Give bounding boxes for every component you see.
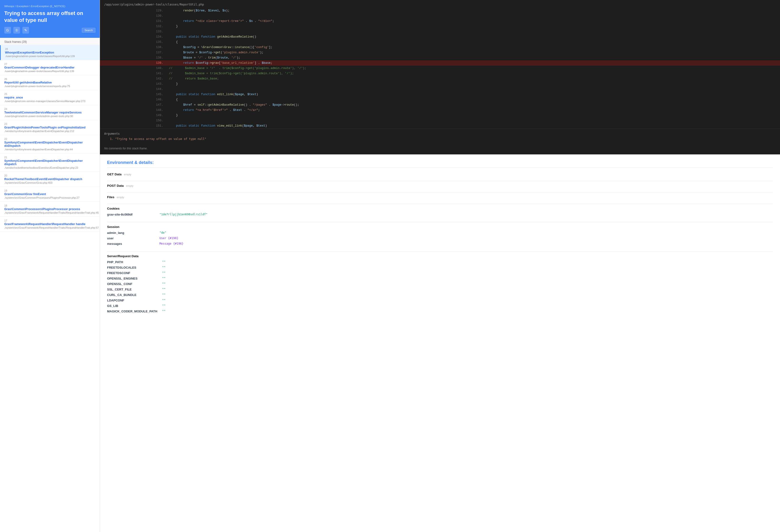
code-line-130: 130. [100, 13, 780, 18]
stack-list[interactable]: 28 Whoops\Exception\ErrorException ./use… [0, 45, 100, 532]
server-table: PHP_PATH "" FREETDSLOCALES "" FREETDSCON… [107, 259, 773, 314]
frame-num-21: 21 [4, 156, 95, 159]
frame-file-27: ./user/plugins/admin-power-tools/classes… [4, 70, 95, 72]
line-code-129: render($tree, $level, $s); [167, 8, 780, 13]
server-key-freetdslocales: FREETDSLOCALES [107, 265, 162, 270]
server-val-php-path: "" [162, 259, 773, 265]
search-button[interactable]: Search [82, 28, 95, 33]
line-num-137: 137. [100, 50, 167, 55]
stack-frame-23[interactable]: 23 Grav\Plugin\AdminPowerToolsPlugin onP… [0, 120, 100, 135]
frame-num-18: 18 [4, 204, 95, 207]
env-group-session: Session admin_lang "de" user User {#190}… [107, 225, 773, 246]
stackoverflow-icon-btn[interactable]: ① [13, 27, 20, 34]
server-val-ssl-cert-file: "" [162, 287, 773, 292]
frame-num-17: 17 [4, 219, 95, 222]
stack-frame-19[interactable]: 19 Grav\Common\Grav fireEvent ./system/s… [0, 187, 100, 202]
env-group-title-session: Session [107, 225, 773, 229]
env-group-title-get: GET Data empty [107, 173, 773, 176]
frame-file-20: ./system/src/Grav/Common/Grav.php:403 [4, 181, 95, 184]
server-row-ssl-cert-file: SSL_CERT_FILE "" [107, 287, 773, 292]
code-line-146: 146. { [100, 97, 780, 102]
code-line-132: 132. } [100, 24, 780, 29]
code-line-150: 150. [100, 118, 780, 123]
code-line-138: 138. $base = '/' . trim($route, '/'); [100, 55, 780, 60]
frame-title-20: RocketTheme\Toolbox\Event\EventDispatche… [4, 178, 95, 181]
code-line-131: 131. return "<div class='report-tree'>" … [100, 18, 780, 24]
frame-num-25: 25 [4, 93, 95, 95]
server-row-gs-lib: GS_LIB "" [107, 303, 773, 308]
frame-title-24: TwelvetoneI\Common\ServiceManager requir… [4, 111, 95, 114]
line-code-135: { [167, 40, 780, 45]
session-key-messages: messages [107, 241, 159, 246]
line-num-134: 134. [100, 34, 167, 40]
stack-frame-17[interactable]: 17 Grav\Framework\RequestHandler\Request… [0, 217, 100, 232]
stack-frame-27[interactable]: 27 Grav\Common\Debugger deprecatedErrorH… [0, 60, 100, 75]
frame-title-27: Grav\Common\Debugger deprecatedErrorHand… [4, 66, 95, 69]
code-line-144: 144. [100, 87, 780, 92]
error-breadcrumb: Whoops \ Exception \ ErrorException (E_N… [4, 5, 95, 8]
env-title: Environment & details: [107, 160, 773, 168]
frame-file-22: ./vendor/symfony/event-dispatcher/EventD… [4, 148, 95, 151]
stack-frame-24[interactable]: 24 TwelvetoneI\Common\ServiceManager req… [0, 105, 100, 120]
cookies-table: grav-site-8c069df "1de7rllpjjb1en698sdlr… [107, 212, 773, 217]
line-num-148: 148. [100, 107, 167, 113]
env-group-title-post: POST Data empty [107, 184, 773, 188]
frame-num-22: 22 [4, 138, 95, 140]
no-comments-text: No comments for this stack frame. [100, 145, 780, 154]
code-line-129: 129. render($tree, $level, $s); [100, 8, 780, 13]
stack-frame-20[interactable]: 20 RocketTheme\Toolbox\Event\EventDispat… [0, 172, 100, 187]
error-icons-row: G ① ✎ Search [4, 27, 95, 34]
line-num-136: 136. [100, 45, 167, 50]
env-group-cookies: Cookies grav-site-8c069df "1de7rllpjjb1e… [107, 207, 773, 217]
stack-frame-26[interactable]: 26 ReportUtil getAdminBaseRelative ./use… [0, 75, 100, 90]
line-num-139: 139. [100, 60, 167, 66]
frame-title-19: Grav\Common\Grav fireEvent [4, 192, 95, 196]
code-line-137: 137. $route = $config->get('plugins.admi… [100, 50, 780, 55]
session-row-messages: messages Message {#196} [107, 241, 773, 246]
line-num-149: 149. [100, 113, 167, 118]
line-code-132: } [167, 24, 780, 29]
frame-file-17: ./system/src/Grav/Framework/RequestHandl… [4, 226, 95, 229]
code-line-143: 143. } [100, 81, 780, 87]
line-code-144 [167, 87, 780, 92]
frame-file-28: ./user/plugins/admin-power-tools/classes… [5, 55, 95, 58]
error-title: Trying to access array offset on value o… [4, 10, 95, 23]
frame-title-17: Grav\Framework\RequestHandler\RequestHan… [4, 223, 95, 226]
env-group-title-files: Files empty [107, 195, 773, 199]
frame-title-22: Symfony\Component\EventDispatcher\EventD… [4, 141, 95, 147]
env-section: Environment & details: GET Data empty PO… [100, 154, 780, 325]
line-num-150: 150. [100, 118, 167, 123]
line-code-150 [167, 118, 780, 123]
code-line-136: 136. $config = \Grav\Common\Grav::instan… [100, 45, 780, 50]
stack-frame-21[interactable]: 21 Symfony\Component\EventDispatcher\Eve… [0, 153, 100, 172]
line-num-131: 131. [100, 18, 167, 24]
frame-file-18: ./system/src/Grav/Framework/RequestHandl… [4, 211, 95, 214]
file-path: /app/user/plugins/admin-power-tools/clas… [100, 0, 780, 8]
stack-frame-18[interactable]: 18 Grav\Common\Processors\PluginsProcess… [0, 202, 100, 217]
line-code-151: public static function view_edit_link($p… [167, 123, 780, 129]
server-key-php-path: PHP_PATH [107, 259, 162, 265]
frame-num-19: 19 [4, 189, 95, 192]
stack-frame-22[interactable]: 22 Symfony\Component\EventDispatcher\Eve… [0, 135, 100, 153]
line-num-133: 133. [100, 29, 167, 34]
code-line-141: 141. // $admin_base = trim($config->get(… [100, 71, 780, 76]
frame-title-21: Symfony\Component\EventDispatcher\EventD… [4, 159, 95, 166]
google-icon-btn[interactable]: G [4, 27, 11, 34]
edit-icon-btn[interactable]: ✎ [22, 27, 29, 34]
code-line-148: 148. return "<a href='$href'>" . $text .… [100, 107, 780, 113]
stack-frame-28[interactable]: 28 Whoops\Exception\ErrorException ./use… [0, 45, 100, 60]
line-code-143: } [167, 81, 780, 87]
server-row-freetdslocales: FREETDSLOCALES "" [107, 265, 773, 270]
code-line-140: 140. // $admin_base = '/' . trim($config… [100, 66, 780, 71]
argument-item-1: 1. "Trying to access array offset on val… [104, 137, 776, 141]
frame-num-26: 26 [4, 78, 95, 81]
code-line-133: 133. [100, 29, 780, 34]
stack-frame-25[interactable]: 25 require_once ./user/plugins/core-serv… [0, 90, 100, 105]
frame-num-24: 24 [4, 107, 95, 110]
frame-title-25: require_once [4, 96, 95, 99]
session-row-admin-lang: admin_lang "de" [107, 230, 773, 236]
session-key-user: user [107, 236, 159, 241]
cookie-row-grav: grav-site-8c069df "1de7rllpjjb1en698sdlr… [107, 212, 773, 217]
env-group-title-server: Server/Request Data [107, 254, 773, 258]
server-row-openssl-conf: OPENSSL_CONF "" [107, 281, 773, 287]
